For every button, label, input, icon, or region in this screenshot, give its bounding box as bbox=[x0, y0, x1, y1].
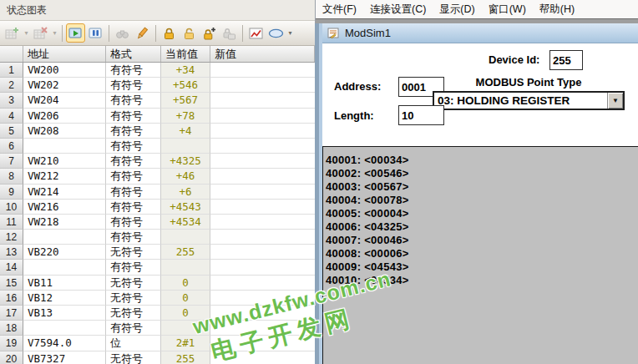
new-value-cell[interactable] bbox=[210, 276, 315, 291]
new-value-cell[interactable] bbox=[210, 200, 315, 215]
menu-item[interactable]: 帮助(H) bbox=[533, 0, 581, 18]
address-cell[interactable]: VW208 bbox=[23, 124, 106, 139]
modsim1-titlebar[interactable]: ModSim1 bbox=[322, 23, 638, 43]
row-number-cell[interactable]: 1 bbox=[0, 63, 23, 78]
length-input[interactable] bbox=[398, 105, 444, 125]
current-value-cell[interactable]: 255 bbox=[161, 245, 210, 260]
device-id-input[interactable] bbox=[549, 50, 583, 70]
address-cell[interactable]: VW200 bbox=[23, 63, 106, 78]
format-cell[interactable]: 无符号 bbox=[106, 245, 161, 260]
row-number-cell[interactable]: 19 bbox=[0, 336, 23, 351]
address-cell[interactable]: VW210 bbox=[23, 154, 106, 169]
current-value-cell[interactable] bbox=[161, 230, 210, 245]
row-number-cell[interactable]: 12 bbox=[0, 230, 23, 245]
address-cell[interactable]: VB7327 bbox=[23, 351, 106, 364]
row-number-cell[interactable]: 3 bbox=[0, 93, 23, 108]
row-number-cell[interactable]: 11 bbox=[0, 215, 23, 230]
current-value-cell[interactable]: +4 bbox=[161, 124, 210, 139]
current-value-cell[interactable]: +6 bbox=[161, 185, 210, 200]
row-number-cell[interactable]: 5 bbox=[0, 124, 23, 139]
new-value-cell[interactable] bbox=[210, 78, 315, 93]
row-number-cell[interactable]: 8 bbox=[0, 169, 23, 184]
format-cell[interactable]: 有符号 bbox=[106, 200, 161, 215]
new-value-cell[interactable] bbox=[210, 109, 315, 124]
delete-row-button[interactable] bbox=[31, 23, 50, 43]
chart-status-on-button[interactable] bbox=[66, 23, 85, 43]
address-cell[interactable]: VB220 bbox=[23, 245, 106, 260]
current-value-cell[interactable]: 0 bbox=[161, 276, 210, 291]
bookmark-button[interactable] bbox=[266, 23, 286, 43]
new-value-cell[interactable] bbox=[210, 260, 315, 275]
current-value-cell[interactable]: +34 bbox=[161, 63, 210, 78]
new-value-cell[interactable] bbox=[210, 154, 315, 169]
menu-item[interactable]: 显示(D) bbox=[433, 0, 481, 18]
current-value-cell[interactable]: +4534 bbox=[161, 215, 210, 230]
delete-row-caret-icon[interactable]: ▾ bbox=[51, 29, 58, 37]
row-number-cell[interactable]: 9 bbox=[0, 185, 23, 200]
address-cell[interactable] bbox=[23, 321, 106, 336]
row-number-cell[interactable]: 13 bbox=[0, 245, 23, 260]
new-value-cell[interactable] bbox=[210, 139, 315, 154]
row-number-cell[interactable]: 16 bbox=[0, 291, 23, 306]
address-cell[interactable]: VB13 bbox=[23, 306, 106, 321]
current-value-cell[interactable]: +567 bbox=[161, 93, 210, 108]
new-value-cell[interactable] bbox=[210, 63, 315, 78]
write-all-button[interactable] bbox=[133, 23, 152, 43]
address-cell[interactable]: VB12 bbox=[23, 291, 106, 306]
current-value-cell[interactable]: +546 bbox=[161, 78, 210, 93]
menu-item[interactable]: 窗口(W) bbox=[482, 0, 533, 18]
current-value-cell[interactable]: 255 bbox=[161, 351, 210, 364]
new-value-cell[interactable] bbox=[210, 185, 315, 200]
force-button[interactable] bbox=[160, 23, 179, 43]
row-number-cell[interactable]: 18 bbox=[0, 321, 23, 336]
format-cell[interactable]: 有符号 bbox=[106, 185, 161, 200]
current-value-cell[interactable]: 0 bbox=[161, 291, 210, 306]
current-value-cell[interactable] bbox=[161, 321, 210, 336]
format-cell[interactable]: 有符号 bbox=[106, 63, 161, 78]
unforce-all-button[interactable] bbox=[220, 23, 239, 43]
current-value-cell[interactable] bbox=[161, 139, 210, 154]
format-cell[interactable]: 有符号 bbox=[106, 78, 161, 93]
address-cell[interactable] bbox=[23, 260, 106, 275]
row-number-cell[interactable]: 17 bbox=[0, 306, 23, 321]
address-cell[interactable]: VW216 bbox=[23, 200, 106, 215]
current-value-cell[interactable]: +78 bbox=[161, 109, 210, 124]
address-cell[interactable]: VW206 bbox=[23, 109, 106, 124]
format-cell[interactable]: 无符号 bbox=[106, 276, 161, 291]
format-cell[interactable]: 有符号 bbox=[106, 93, 161, 108]
current-value-cell[interactable]: +4543 bbox=[161, 200, 210, 215]
row-number-cell[interactable]: 14 bbox=[0, 260, 23, 275]
current-value-cell[interactable]: 2#1 bbox=[161, 336, 210, 351]
new-value-cell[interactable] bbox=[210, 336, 315, 351]
unforce-button[interactable] bbox=[180, 23, 199, 43]
format-cell[interactable]: 无符号 bbox=[106, 291, 161, 306]
format-cell[interactable]: 有符号 bbox=[106, 260, 161, 275]
row-number-cell[interactable]: 7 bbox=[0, 154, 23, 169]
address-cell[interactable]: VW214 bbox=[23, 185, 106, 200]
new-value-cell[interactable] bbox=[210, 169, 315, 184]
format-cell[interactable]: 无符号 bbox=[106, 351, 161, 364]
current-value-cell[interactable] bbox=[161, 260, 210, 275]
current-value-cell[interactable]: +4325 bbox=[161, 154, 210, 169]
row-number-cell[interactable]: 6 bbox=[0, 139, 23, 154]
bookmark-caret-icon[interactable]: ▾ bbox=[286, 29, 294, 37]
current-value-cell[interactable]: +46 bbox=[161, 169, 210, 184]
row-number-cell[interactable]: 15 bbox=[0, 276, 23, 291]
address-cell[interactable]: VW212 bbox=[23, 169, 106, 184]
address-cell[interactable] bbox=[23, 139, 106, 154]
trend-view-button[interactable] bbox=[246, 23, 266, 43]
format-cell[interactable]: 有符号 bbox=[106, 154, 161, 169]
format-cell[interactable]: 有符号 bbox=[106, 139, 161, 154]
row-number-cell[interactable]: 10 bbox=[0, 200, 23, 215]
new-value-cell[interactable] bbox=[210, 306, 315, 321]
pause-chart-button[interactable] bbox=[86, 23, 105, 43]
address-cell[interactable]: VB11 bbox=[23, 276, 106, 291]
new-value-cell[interactable] bbox=[210, 230, 315, 245]
address-cell[interactable]: VW204 bbox=[23, 93, 106, 108]
point-type-dropdown-button[interactable]: ▼ bbox=[607, 93, 623, 109]
read-all-button[interactable] bbox=[113, 23, 132, 43]
new-value-cell[interactable] bbox=[210, 351, 315, 364]
address-cell[interactable] bbox=[23, 230, 106, 245]
current-value-cell[interactable]: 0 bbox=[161, 306, 210, 321]
new-value-cell[interactable] bbox=[210, 124, 315, 139]
